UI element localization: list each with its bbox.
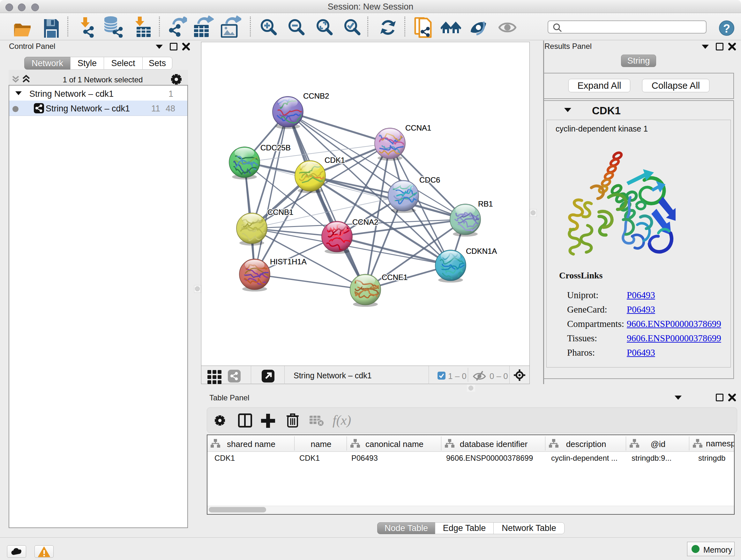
svg-text:RB1: RB1 — [478, 199, 493, 208]
svg-text:CCNB1: CCNB1 — [267, 208, 293, 216]
svg-text:CCNA1: CCNA1 — [405, 124, 431, 132]
svg-text:CCNB2: CCNB2 — [303, 91, 329, 100]
svg-text:CDC6: CDC6 — [419, 176, 440, 184]
svg-text:CDKN1A: CDKN1A — [466, 247, 497, 255]
svg-text:CCNE1: CCNE1 — [382, 273, 408, 282]
svg-text:CDC25B: CDC25B — [260, 143, 291, 152]
svg-text:CCNA2: CCNA2 — [352, 218, 378, 226]
svg-text:HIST1H1A: HIST1H1A — [270, 257, 307, 266]
svg-text:CDK1: CDK1 — [325, 156, 345, 165]
